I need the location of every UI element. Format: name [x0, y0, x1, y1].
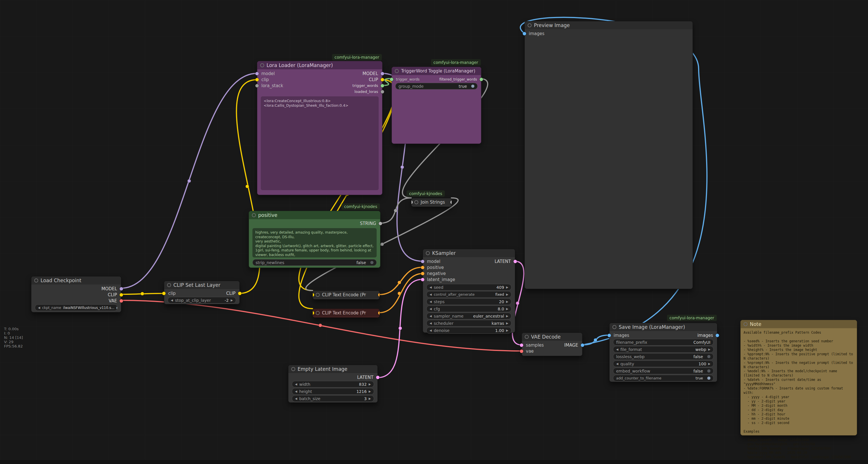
- input-port-negative[interactable]: [421, 272, 424, 275]
- node-clip-text-encode-negative[interactable]: CLIP Text Encode (Pr: [312, 309, 380, 318]
- widget-stop-at-clip-layer[interactable]: ◀ stop_at_clip_layer -2 ▶: [167, 297, 236, 303]
- node-load-checkpoint[interactable]: Load Checkpoint MODEL CLIP VAE ◀ ckpt_na…: [31, 276, 121, 312]
- input-port-trigger-words[interactable]: [390, 78, 393, 81]
- node-triggerword-toggle[interactable]: TriggerWord Toggle (LoraManager) trigger…: [392, 67, 481, 144]
- prev-arrow-icon[interactable]: ◀: [430, 314, 432, 318]
- widget-embed-workflow-toggle[interactable]: embed_workflow false: [613, 368, 714, 374]
- collapse-dot[interactable]: [744, 322, 747, 326]
- widget-batch-size[interactable]: ◀ batch_size 3 ▶: [292, 395, 374, 402]
- widget-sampler-name[interactable]: ◀ sampler_name euler_ancestral ▶: [426, 313, 512, 319]
- prev-arrow-icon[interactable]: ◀: [616, 348, 618, 351]
- node-title-bar[interactable]: Preview Image: [525, 21, 693, 29]
- decrement-arrow-icon[interactable]: ◀: [430, 286, 432, 289]
- input-port-lora-stack[interactable]: [255, 84, 259, 87]
- next-arrow-icon[interactable]: ▶: [506, 322, 508, 325]
- input-port-clip[interactable]: [162, 292, 165, 295]
- node-ksampler[interactable]: KSampler model LATENT positive negative …: [423, 249, 515, 333]
- increment-arrow-icon[interactable]: ▶: [230, 298, 233, 302]
- output-port-latent[interactable]: [376, 376, 379, 379]
- widget-denoise[interactable]: ◀ denoise 1.00 ▶: [426, 327, 512, 334]
- widget-lossless-webp-toggle[interactable]: lossless_webp false: [613, 353, 714, 360]
- output-port-latent[interactable]: [514, 260, 517, 263]
- widget-add-counter-toggle[interactable]: add_counter_to_filename true: [613, 375, 714, 381]
- input-port-samples[interactable]: [520, 344, 523, 347]
- node-note[interactable]: Note Available filename_prefix Pattern C…: [740, 320, 857, 436]
- node-title-bar[interactable]: Join Strings: [411, 198, 452, 206]
- widget-strip-newlines-toggle[interactable]: strip_newlines false: [252, 259, 377, 266]
- output-port-image[interactable]: [581, 344, 584, 347]
- increment-arrow-icon[interactable]: ▶: [708, 362, 710, 365]
- input-port-images[interactable]: [523, 32, 526, 35]
- output-port-filtered-trigger-words[interactable]: [479, 78, 483, 81]
- prompt-text-input[interactable]: highres, very detailed, amazing quality,…: [252, 228, 377, 257]
- widget-seed[interactable]: ◀ seed 409 ▶: [426, 284, 512, 291]
- output-port-clip[interactable]: [381, 78, 384, 81]
- decrement-arrow-icon[interactable]: ◀: [616, 362, 618, 365]
- input-port-positive[interactable]: [421, 266, 424, 269]
- output-port-trigger-words[interactable]: [381, 84, 384, 87]
- widget-scheduler[interactable]: ◀ scheduler karras ▶: [426, 320, 512, 326]
- collapse-dot[interactable]: [528, 23, 532, 27]
- collapsed-input-port[interactable]: [313, 311, 314, 315]
- output-port-string[interactable]: [379, 222, 382, 225]
- output-port-vae[interactable]: [120, 299, 123, 302]
- toggle-dot[interactable]: [707, 377, 710, 380]
- input-port-latent-image[interactable]: [421, 278, 424, 281]
- collapse-dot[interactable]: [291, 367, 295, 371]
- collapse-dot[interactable]: [414, 200, 418, 204]
- node-preview-image[interactable]: Preview Image images: [524, 21, 693, 289]
- decrement-arrow-icon[interactable]: ◀: [171, 298, 173, 302]
- output-port-images[interactable]: [716, 334, 719, 337]
- toggle-dot[interactable]: [370, 261, 373, 264]
- output-port-loaded-loras[interactable]: [381, 90, 384, 93]
- node-positive-prompt[interactable]: positive STRING highres, very detailed, …: [249, 211, 380, 268]
- collapsed-output-port[interactable]: [378, 293, 379, 297]
- prev-arrow-icon[interactable]: ◀: [430, 322, 432, 325]
- node-title-bar[interactable]: KSampler: [423, 249, 515, 257]
- widget-quality[interactable]: ◀ quality 100 ▶: [613, 360, 714, 367]
- next-arrow-icon[interactable]: ▶: [506, 314, 508, 318]
- node-lora-loader[interactable]: Lora Loader (LoraManager) model MODEL cl…: [257, 61, 382, 195]
- next-arrow-icon[interactable]: ▶: [708, 348, 710, 351]
- collapse-dot[interactable]: [316, 311, 320, 315]
- increment-arrow-icon[interactable]: ▶: [506, 286, 508, 289]
- node-title-bar[interactable]: Note: [741, 320, 857, 328]
- collapsed-output-port[interactable]: [378, 311, 379, 315]
- widget-cfg[interactable]: ◀ cfg 8.0 ▶: [426, 306, 512, 312]
- prev-arrow-icon[interactable]: ◀: [430, 293, 432, 296]
- collapse-dot[interactable]: [252, 213, 256, 217]
- input-port-vae[interactable]: [520, 349, 523, 353]
- node-title-bar[interactable]: Empty Latent Image: [288, 365, 377, 373]
- widget-ckpt-name[interactable]: ◀ ckpt_name ilwaiNSFWIllustrious_v110.s.…: [35, 304, 118, 311]
- widget-width[interactable]: ◀ width 832 ▶: [292, 381, 374, 387]
- input-port-model[interactable]: [421, 260, 424, 263]
- widget-group-mode-toggle[interactable]: group_mode true: [395, 83, 477, 89]
- next-arrow-icon[interactable]: ▶: [506, 293, 508, 296]
- widget-height[interactable]: ◀ height 1216 ▶: [292, 388, 374, 395]
- node-clip-text-encode-positive[interactable]: CLIP Text Encode (Pr: [312, 291, 380, 299]
- increment-arrow-icon[interactable]: ▶: [369, 390, 371, 393]
- collapsed-input-port[interactable]: [411, 201, 413, 204]
- node-title-bar[interactable]: Save Image (LoraManager): [610, 323, 717, 331]
- node-save-image[interactable]: Save Image (LoraManager) images images f…: [609, 323, 717, 382]
- increment-arrow-icon[interactable]: ▶: [369, 397, 371, 400]
- node-title-bar[interactable]: CLIP Set Last Layer: [164, 281, 240, 289]
- collapse-dot[interactable]: [395, 69, 399, 73]
- output-port-clip[interactable]: [120, 293, 123, 297]
- toggle-dot[interactable]: [707, 369, 710, 373]
- prev-arrow-icon[interactable]: ◀: [38, 306, 40, 309]
- collapse-dot[interactable]: [316, 293, 320, 297]
- input-port-images[interactable]: [608, 334, 611, 337]
- collapse-dot[interactable]: [612, 325, 616, 329]
- widget-control-after-generate[interactable]: ◀ control_after_generate fixed ▶: [426, 291, 512, 298]
- toggle-dot[interactable]: [471, 85, 474, 88]
- next-arrow-icon[interactable]: ▶: [117, 306, 118, 309]
- node-clip-set-last-layer[interactable]: CLIP Set Last Layer clip CLIP ◀ stop_at_…: [164, 281, 240, 304]
- node-title-bar[interactable]: Lora Loader (LoraManager): [257, 61, 382, 69]
- increment-arrow-icon[interactable]: ▶: [506, 329, 508, 332]
- collapse-dot[interactable]: [34, 279, 38, 283]
- widget-steps[interactable]: ◀ steps 20 ▶: [426, 298, 512, 305]
- toggle-dot[interactable]: [707, 355, 710, 358]
- input-port-clip[interactable]: [255, 78, 259, 81]
- output-port-model[interactable]: [381, 72, 384, 76]
